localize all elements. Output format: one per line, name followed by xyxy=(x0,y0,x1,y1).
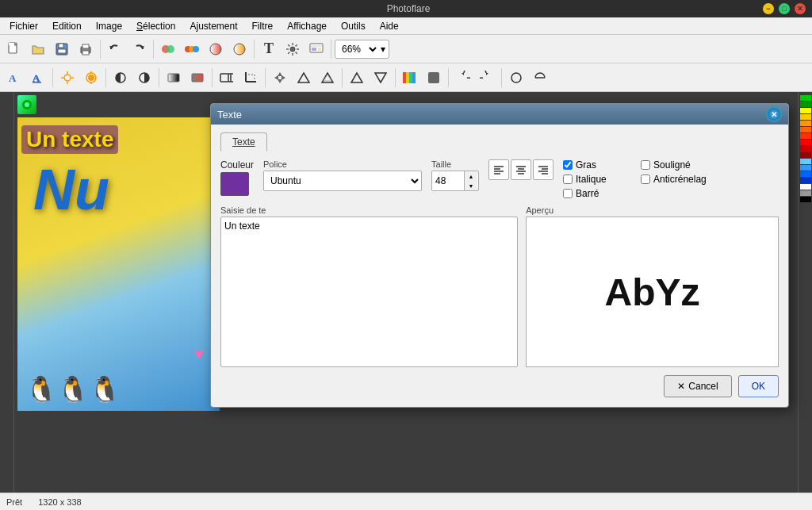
tb2-triangle4-btn[interactable] xyxy=(370,67,392,89)
minimize-button[interactable]: − xyxy=(763,3,774,14)
palette-swatch[interactable] xyxy=(800,152,811,158)
svg-point-17 xyxy=(290,47,295,52)
palette-swatch[interactable] xyxy=(800,102,811,107)
text-tool-button[interactable]: T xyxy=(258,38,280,60)
tb2-darken-btn[interactable] xyxy=(109,67,132,89)
tb2-btn1[interactable]: A xyxy=(3,67,25,89)
tb2-flip-btn[interactable] xyxy=(476,67,498,89)
palette-swatch[interactable] xyxy=(800,171,811,177)
align-right-button[interactable] xyxy=(533,159,553,180)
tb2-grayscale-btn[interactable] xyxy=(163,67,185,89)
palette-swatch[interactable] xyxy=(800,178,811,183)
menu-aide[interactable]: Aide xyxy=(373,19,405,33)
souligne-checkbox[interactable] xyxy=(641,160,650,170)
ok-button[interactable]: OK xyxy=(738,375,779,397)
svg-rect-59 xyxy=(428,72,439,83)
tb2-circle-btn[interactable] xyxy=(505,67,527,89)
tb2-half-circle-btn[interactable] xyxy=(529,67,551,89)
palette-swatch[interactable] xyxy=(800,114,811,120)
svg-marker-54 xyxy=(375,73,386,82)
font-select[interactable]: Ubuntu Arial Times New Roman Courier New xyxy=(263,171,422,191)
tb2-btn2[interactable]: A xyxy=(27,67,49,89)
svg-rect-56 xyxy=(406,72,409,83)
redo-button[interactable] xyxy=(128,38,150,60)
print-button[interactable] xyxy=(75,38,97,60)
cancel-button[interactable]: ✕ Cancel xyxy=(664,375,731,397)
tb2-contrast-btn[interactable] xyxy=(80,67,102,89)
separator xyxy=(159,68,159,87)
brightness-button[interactable] xyxy=(228,38,251,60)
tb2-triangle2-btn[interactable] xyxy=(316,67,339,89)
dialog-buttons: ✕ Cancel OK xyxy=(220,375,779,397)
barre-checkbox[interactable] xyxy=(563,189,573,198)
menu-filtre[interactable]: Filtre xyxy=(246,19,280,33)
align-group xyxy=(488,159,553,180)
tb2-saturate-btn[interactable] xyxy=(186,67,209,89)
palette-swatch[interactable] xyxy=(800,133,811,139)
tb2-color-btn[interactable] xyxy=(399,67,421,89)
text-textarea[interactable]: Un texte xyxy=(220,217,518,367)
palette-swatch[interactable] xyxy=(800,197,811,202)
tb2-rotate-left-btn[interactable] xyxy=(452,67,474,89)
tb2-brightness-btn[interactable] xyxy=(56,67,79,89)
save-button[interactable] xyxy=(51,38,73,60)
palette-swatch[interactable] xyxy=(800,146,811,151)
palette-swatch[interactable] xyxy=(800,121,811,126)
palette-swatch[interactable] xyxy=(800,165,811,171)
size-down-button[interactable]: ▼ xyxy=(465,181,477,190)
menu-ajustement[interactable]: Ajustement xyxy=(183,19,243,33)
anticrenelage-checkbox[interactable] xyxy=(641,174,650,184)
tb2-move-btn[interactable] xyxy=(269,67,291,89)
open-button[interactable] xyxy=(27,38,49,60)
color-balance-button[interactable] xyxy=(157,38,179,60)
undo-button[interactable] xyxy=(104,38,126,60)
zoom-select[interactable]: 25% 50% 66% 75% 100% 150% 200% xyxy=(339,43,379,56)
menu-fichier[interactable]: Fichier xyxy=(3,19,44,33)
maximize-button[interactable]: □ xyxy=(779,3,790,14)
ok-label: OK xyxy=(752,381,765,392)
separator xyxy=(153,40,154,59)
hue-button[interactable] xyxy=(181,38,203,60)
dialog-close-button[interactable]: ✕ xyxy=(766,106,782,122)
palette-swatch[interactable] xyxy=(800,184,811,190)
color-picker-button[interactable] xyxy=(220,172,249,196)
souligne-label: Souligné xyxy=(653,159,691,171)
tb2-triangle1-btn[interactable] xyxy=(293,67,315,89)
desaturate-button[interactable] xyxy=(205,38,227,60)
palette-swatch[interactable] xyxy=(800,140,811,145)
apercu-group: Aperçu AbYz xyxy=(526,205,779,367)
italique-checkbox[interactable] xyxy=(563,174,573,184)
size-up-button[interactable]: ▲ xyxy=(465,171,477,181)
view-button[interactable] xyxy=(305,38,327,60)
palette-swatch[interactable] xyxy=(800,159,811,164)
image-text-overlay: Un texte xyxy=(21,125,118,154)
close-button[interactable]: ✕ xyxy=(795,3,806,14)
svg-marker-60 xyxy=(462,73,464,75)
tb2-triangle3-btn[interactable] xyxy=(346,67,368,89)
tab-texte[interactable]: Texte xyxy=(220,132,267,151)
palette-swatch[interactable] xyxy=(800,108,811,113)
tb2-resize-btn[interactable] xyxy=(216,67,238,89)
gras-checkbox[interactable] xyxy=(563,160,573,170)
menu-image[interactable]: Image xyxy=(90,19,128,33)
new-button[interactable] xyxy=(3,38,25,60)
palette-swatch[interactable] xyxy=(800,95,811,101)
menu-edition[interactable]: Edition xyxy=(46,19,88,33)
tb2-gray-btn[interactable] xyxy=(423,67,445,89)
taille-label: Taille xyxy=(431,159,479,169)
align-center-button[interactable] xyxy=(511,159,531,180)
palette-swatch[interactable] xyxy=(800,190,811,196)
svg-text:A: A xyxy=(9,72,17,84)
menu-outils[interactable]: Outils xyxy=(335,19,372,33)
menu-selection[interactable]: Sélection xyxy=(130,19,182,33)
zoom-selector[interactable]: 25% 50% 66% 75% 100% 150% 200% ▾ xyxy=(335,40,389,59)
align-left-button[interactable] xyxy=(488,159,509,180)
separator xyxy=(501,68,502,87)
tb2-lighten-btn[interactable] xyxy=(133,67,155,89)
menu-affichage[interactable]: Affichage xyxy=(281,19,333,33)
size-input[interactable] xyxy=(432,175,464,186)
palette-swatch[interactable] xyxy=(800,127,811,132)
settings-button[interactable] xyxy=(282,38,304,60)
tb2-crop-btn[interactable] xyxy=(239,67,262,89)
dialog-content: Texte Couleur Police Ubuntu Arial Times … xyxy=(211,125,788,407)
